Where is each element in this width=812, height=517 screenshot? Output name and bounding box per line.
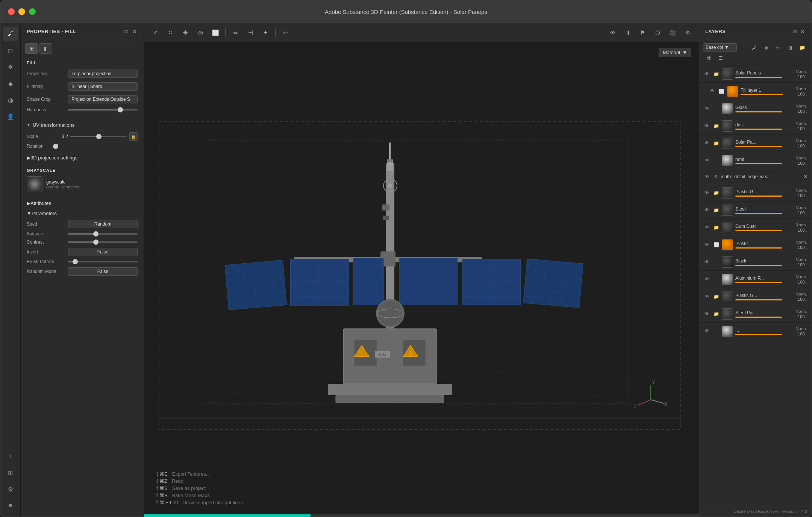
tool-cube[interactable]: ⬡ (651, 27, 664, 39)
tool-undo[interactable]: ↩ (279, 27, 292, 39)
scene-svg: ! ! K 41 Y Z X (144, 42, 699, 517)
tool-layers2[interactable]: ≡ (3, 499, 18, 513)
special-close-btn[interactable]: ✕ (803, 174, 808, 180)
titlebar: Adobe Substance 3D Painter (Substance Ed… (0, 0, 812, 23)
tool-align[interactable]: ⊣ (244, 27, 257, 39)
rotation-slider[interactable] (53, 144, 58, 149)
balance-slider[interactable] (68, 233, 138, 235)
panel-expand-btn[interactable]: ⧉ (123, 27, 129, 35)
eye-icon[interactable]: 👁 (703, 206, 710, 214)
eye-icon[interactable]: 👁 (703, 157, 710, 164)
layer-item[interactable]: 👁 📁 Solar Panels Norm↓ 100 ↓ (699, 65, 812, 83)
tool-circle-btn[interactable]: ◎ (194, 27, 207, 39)
tool-rect-btn[interactable]: ⬜ (209, 27, 222, 39)
layer-item[interactable]: 👁 📁 Steel Pai... Norm↓ 100 ↓ (699, 305, 812, 323)
eye-icon[interactable]: 👁 (703, 139, 710, 147)
eye-icon[interactable]: 👁 (703, 293, 710, 300)
eye-icon[interactable]: 👁 (703, 70, 710, 78)
tool-bake[interactable]: ⊞ (3, 465, 18, 480)
tool-move-btn[interactable]: ✥ (179, 27, 192, 39)
attributes-header[interactable]: ▶ Attributes (21, 198, 144, 208)
layer-effect-btn[interactable]: ◑ (785, 42, 796, 52)
layer-brush-btn[interactable]: ✏ (773, 42, 784, 52)
seed-value[interactable]: Random (68, 220, 138, 228)
contrast-slider[interactable] (68, 241, 138, 243)
tool-flag[interactable]: ⚑ (636, 27, 649, 39)
tool-paint[interactable]: 🖌 (3, 27, 18, 41)
close-button[interactable] (8, 8, 15, 15)
layer-item[interactable]: 👁 📁 dust Norm↓ 100 ↓ (699, 117, 812, 135)
projection-value[interactable]: Tri-planar projection (68, 70, 138, 78)
random-mode-value[interactable]: False (68, 267, 138, 276)
eye-icon[interactable]: 👁 (703, 327, 710, 335)
layer-item[interactable]: 👁 📁 Gum Dust Norm↓ 100 ↓ (699, 219, 812, 236)
tool-export-settings[interactable]: ⚙ (681, 27, 694, 39)
channel-selector[interactable]: Base col ▼ (703, 43, 737, 52)
tool-hide[interactable]: 👁 (606, 27, 619, 39)
eye-icon[interactable]: 👁 (703, 276, 710, 283)
tool-snap[interactable]: ✦ (259, 27, 272, 39)
eye-icon[interactable]: 👁 (703, 189, 710, 197)
layer-item[interactable]: 👁 📁 Steel Norm↓ 100 ↓ (699, 202, 812, 219)
tool-transform-btn[interactable]: ⤢ (148, 27, 162, 39)
layer-item[interactable]: 👁 Glass Norm↓ 100 ↓ (699, 100, 812, 117)
folder-icon: 📁 (713, 224, 720, 231)
layers-close-btn[interactable]: ✕ (800, 28, 806, 35)
maximize-button[interactable] (29, 8, 36, 15)
tool-person[interactable]: 👤 (3, 109, 18, 124)
projection-3d-header[interactable]: ▶ 3D projection settings (21, 153, 144, 164)
layer-bar (735, 230, 782, 231)
hardness-slider[interactable] (68, 109, 138, 111)
tool-export[interactable]: ↑ (3, 449, 18, 463)
viewport-toolbar: ⤢ ↻ ✥ ◎ ⬜ ⇔ ⊣ ✦ ↩ 👁 ⏸ ⚑ ⬡ 🎥 ⚙ (144, 23, 699, 42)
layer-delete-btn[interactable]: 🗑 (703, 53, 714, 63)
tool-pause[interactable]: ⏸ (621, 27, 634, 39)
layers-expand-btn[interactable]: ⧉ (792, 27, 797, 35)
layer-item[interactable]: 👁 nrml Norm↓ 100 ↓ (699, 152, 812, 169)
lock-button[interactable]: 🔒 (129, 132, 138, 141)
layer-item[interactable]: 👁 ... Norm↓ 100 ↓ (699, 323, 812, 340)
layer-item[interactable]: 👁 📁 Plastic G... Norm↓ 100 ↓ (699, 288, 812, 305)
brush-pattern-slider[interactable] (68, 261, 138, 262)
shape-crop-value[interactable]: Projection Extends Outside S (68, 95, 138, 103)
layer-add-fill-btn[interactable]: ◈ (760, 42, 772, 52)
panel-close-btn[interactable]: ✕ (132, 28, 138, 35)
layer-menu-btn[interactable]: ☰ (715, 53, 726, 63)
filtering-value[interactable]: Bilinear | Sharp (68, 82, 138, 91)
eye-icon[interactable]: 👁 (703, 224, 710, 231)
uv-transformations-header[interactable]: ▼ UV transformations (21, 119, 144, 131)
tool-select[interactable]: ◻ (3, 43, 18, 58)
tool-flip-h[interactable]: ⇔ (229, 27, 242, 39)
material-dropdown[interactable]: Material ▼ (659, 48, 691, 57)
layer-item[interactable]: 👁 Black Norm↓ 100 ↓ (699, 253, 812, 271)
layer-item[interactable]: 👁 📁 Solar Pa... Norm↓ 100 ↓ (699, 135, 812, 152)
eye-icon[interactable]: 👁 (703, 258, 710, 266)
tab-alt[interactable]: ◧ (39, 43, 52, 54)
tab-fill[interactable]: ⊞ (25, 43, 38, 54)
layer-item[interactable]: 👁 📁 Plastic G... Norm↓ 100 ↓ (699, 184, 812, 202)
texture-item[interactable]: grayscale grunge_scratches (27, 176, 138, 192)
invert-value[interactable]: False (68, 248, 138, 256)
eye-icon[interactable]: 👁 (703, 241, 710, 249)
layer-item[interactable]: 👁 Aluminium P... Norm↓ 100 ↓ (699, 271, 812, 288)
parameters-header[interactable]: ▼ Parameters (21, 208, 144, 218)
layer-item[interactable]: 👁 ⬜ Plastic Norm↓ 100 ↓ (699, 236, 812, 253)
tool-smudge[interactable]: ◆ (3, 76, 18, 91)
tool-clone[interactable]: ◑ (3, 93, 18, 107)
tool-transform[interactable]: ✥ (3, 60, 18, 74)
eye-icon[interactable]: 👁 (703, 310, 710, 318)
layer-folder-btn[interactable]: 📁 (797, 42, 808, 52)
tool-settings[interactable]: ⚙ (3, 482, 18, 496)
eye-icon[interactable]: 👁 (703, 122, 710, 130)
layer-add-paint-btn[interactable]: 🖌 (748, 42, 760, 52)
tool-rotation-btn[interactable]: ↻ (164, 27, 177, 39)
scale-slider[interactable] (70, 136, 127, 137)
tool-camera[interactable]: 🎥 (666, 27, 679, 39)
layer-special-item[interactable]: 👁 S matfx_detail_edge_wear ✕ (699, 169, 812, 184)
layer-blend: Norm↓ 100 ↓ (796, 223, 808, 232)
minimize-button[interactable] (18, 8, 25, 15)
layer-item[interactable]: 👁 ⬜ Fill layer 1 Norm↓ 100 ↓ (699, 83, 812, 100)
eye-icon[interactable]: 👁 (703, 173, 710, 180)
eye-icon[interactable]: 👁 (708, 88, 716, 95)
eye-icon[interactable]: 👁 (703, 105, 710, 112)
